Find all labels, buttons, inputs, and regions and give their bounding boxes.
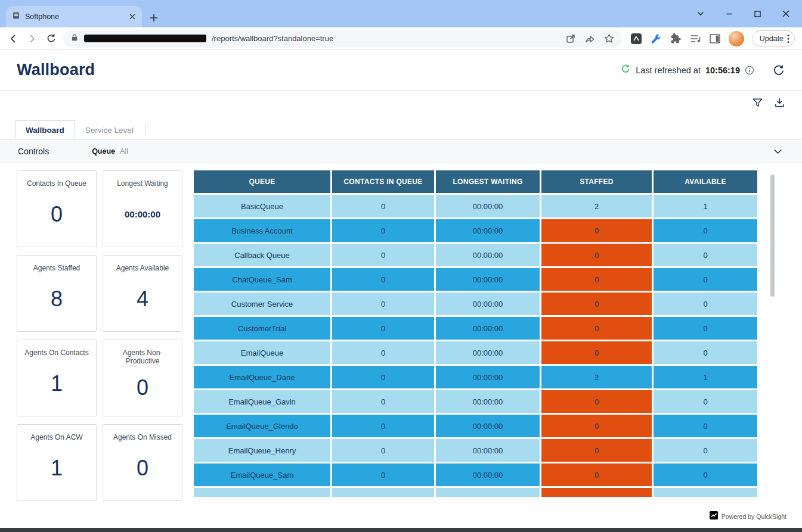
staffed-cell[interactable]: 0 [541, 219, 652, 242]
longest-waiting-cell[interactable]: 00:00:00 [436, 341, 540, 364]
profile-avatar[interactable] [729, 31, 744, 46]
queue-name-cell[interactable]: BasicQueue [194, 195, 330, 217]
contacts-in-queue-cell[interactable]: 0 [332, 293, 434, 315]
longest-waiting-cell[interactable]: 00:00:00 [436, 415, 540, 437]
staffed-cell[interactable]: 0 [541, 244, 652, 266]
side-panel-icon[interactable] [709, 33, 721, 45]
staffed-cell[interactable]: 0 [541, 439, 652, 462]
staffed-cell[interactable]: 0 [541, 463, 652, 486]
queue-name-cell[interactable]: Customer Service [194, 293, 330, 315]
queue-name-cell[interactable]: EmailQueue_Gavin [194, 390, 330, 413]
available-cell[interactable]: 0 [654, 439, 757, 462]
kpi-card[interactable]: Agents Available 4 [103, 255, 182, 332]
new-tab-button[interactable] [149, 13, 159, 23]
longest-waiting-cell[interactable]: 00:00:00 [436, 317, 540, 340]
open-in-new-icon[interactable] [565, 33, 576, 44]
longest-waiting-cell[interactable]: 00:00:00 [436, 488, 540, 497]
contacts-in-queue-cell[interactable]: 0 [332, 268, 434, 291]
longest-waiting-cell[interactable]: 00:00:00 [436, 195, 540, 217]
browser-menu-update-button[interactable]: Update [752, 30, 795, 46]
reload-icon[interactable] [45, 33, 57, 45]
longest-waiting-cell[interactable]: 00:00:00 [436, 439, 540, 462]
contacts-in-queue-cell[interactable]: 0 [332, 415, 434, 437]
contacts-in-queue-cell[interactable]: 0 [332, 244, 434, 266]
staffed-cell[interactable]: 0 [541, 415, 652, 437]
extensions-puzzle-icon[interactable] [670, 33, 682, 45]
table-scrollbar[interactable] [770, 175, 775, 496]
longest-waiting-cell[interactable]: 00:00:00 [436, 366, 540, 388]
available-cell[interactable]: 0 [654, 244, 757, 266]
longest-waiting-cell[interactable]: 00:00:00 [436, 219, 540, 242]
table-header-0[interactable]: QUEUE [194, 170, 330, 193]
powered-by-quicksight[interactable]: Powered by QuickSight [722, 513, 786, 520]
staffed-cell[interactable]: 2 [541, 366, 652, 388]
longest-waiting-cell[interactable]: 00:00:00 [436, 293, 540, 315]
available-cell[interactable]: 0 [654, 488, 757, 497]
lock-icon[interactable] [70, 33, 79, 44]
contacts-in-queue-cell[interactable]: 0 [332, 488, 434, 497]
longest-waiting-cell[interactable]: 00:00:00 [436, 268, 540, 291]
available-cell[interactable]: 0 [654, 219, 757, 242]
queue-name-cell[interactable] [194, 488, 330, 497]
info-icon[interactable] [745, 66, 754, 75]
sheet-tab-service-level[interactable]: Service Level [75, 120, 144, 139]
queue-name-cell[interactable]: EmailQueue_Henry [194, 439, 330, 462]
available-cell[interactable]: 1 [654, 195, 757, 217]
minimize-button[interactable] [725, 10, 733, 18]
queue-name-cell[interactable]: EmailQueue [194, 341, 330, 364]
contacts-in-queue-cell[interactable]: 0 [332, 390, 434, 413]
filter-funnel-icon[interactable] [752, 97, 763, 108]
contacts-in-queue-cell[interactable]: 0 [332, 366, 434, 388]
staffed-cell[interactable]: 0 [541, 317, 652, 340]
kpi-card[interactable]: Longest Waiting 00:00:00 [103, 170, 182, 247]
longest-waiting-cell[interactable]: 00:00:00 [436, 244, 540, 266]
queue-name-cell[interactable]: EmailQueue_Glendo [194, 415, 330, 437]
close-window-button[interactable] [782, 10, 790, 18]
available-cell[interactable]: 0 [654, 415, 757, 437]
extension-dark-icon[interactable] [630, 33, 642, 45]
browser-tab[interactable]: Softphone [6, 6, 142, 27]
staffed-cell[interactable]: 0 [541, 488, 652, 497]
queue-name-cell[interactable]: ChatQueue_Sam [194, 268, 330, 291]
available-cell[interactable]: 0 [654, 463, 757, 486]
staffed-cell[interactable]: 0 [541, 268, 652, 291]
queue-filter-value[interactable]: All [120, 147, 128, 155]
contacts-in-queue-cell[interactable]: 0 [332, 439, 434, 462]
staffed-cell[interactable]: 0 [541, 341, 652, 364]
queue-name-cell[interactable]: EmailQueue_Dane [194, 366, 330, 388]
staffed-cell[interactable]: 2 [541, 195, 652, 217]
table-header-3[interactable]: STAFFED [541, 170, 652, 193]
controls-collapse-chevron-icon[interactable] [773, 147, 783, 157]
table-header-1[interactable]: CONTACTS IN QUEUE [332, 170, 434, 193]
tab-search-chevron-icon[interactable] [696, 10, 705, 18]
contacts-in-queue-cell[interactable]: 0 [332, 463, 434, 486]
wrench-tool-icon[interactable] [650, 33, 662, 45]
contacts-in-queue-cell[interactable]: 0 [332, 341, 434, 364]
table-header-2[interactable]: LONGEST WAITING [436, 170, 540, 193]
longest-waiting-cell[interactable]: 00:00:00 [436, 463, 540, 486]
available-cell[interactable]: 0 [654, 317, 757, 340]
queue-name-cell[interactable]: CustomerTrial [194, 317, 330, 340]
contacts-in-queue-cell[interactable]: 0 [332, 195, 434, 217]
tab-close-icon[interactable] [129, 13, 136, 20]
back-icon[interactable] [7, 33, 19, 45]
available-cell[interactable]: 0 [654, 293, 757, 315]
available-cell[interactable]: 0 [654, 341, 757, 364]
reading-list-icon[interactable] [689, 33, 701, 45]
share-icon[interactable] [584, 33, 595, 44]
kpi-card[interactable]: Agents Non-Productive 0 [103, 340, 182, 416]
kpi-card[interactable]: Agents On Missed 0 [103, 424, 182, 501]
staffed-cell[interactable]: 0 [541, 293, 652, 315]
refresh-dashboard-icon[interactable] [772, 64, 785, 77]
sheet-tab-wallboard[interactable]: Wallboard [15, 120, 75, 139]
export-download-icon[interactable] [774, 97, 785, 108]
contacts-in-queue-cell[interactable]: 0 [332, 317, 434, 340]
kpi-card[interactable]: Agents Staffed 8 [17, 255, 97, 332]
queue-name-cell[interactable]: Business Account [194, 219, 330, 242]
bookmark-star-icon[interactable] [603, 33, 615, 44]
longest-waiting-cell[interactable]: 00:00:00 [436, 390, 540, 413]
available-cell[interactable]: 0 [654, 390, 757, 413]
url-bar[interactable]: /reports/wallboard?standalone=true [63, 30, 622, 48]
staffed-cell[interactable]: 0 [541, 390, 652, 413]
kpi-card[interactable]: Agents On Contacts 1 [17, 340, 97, 416]
